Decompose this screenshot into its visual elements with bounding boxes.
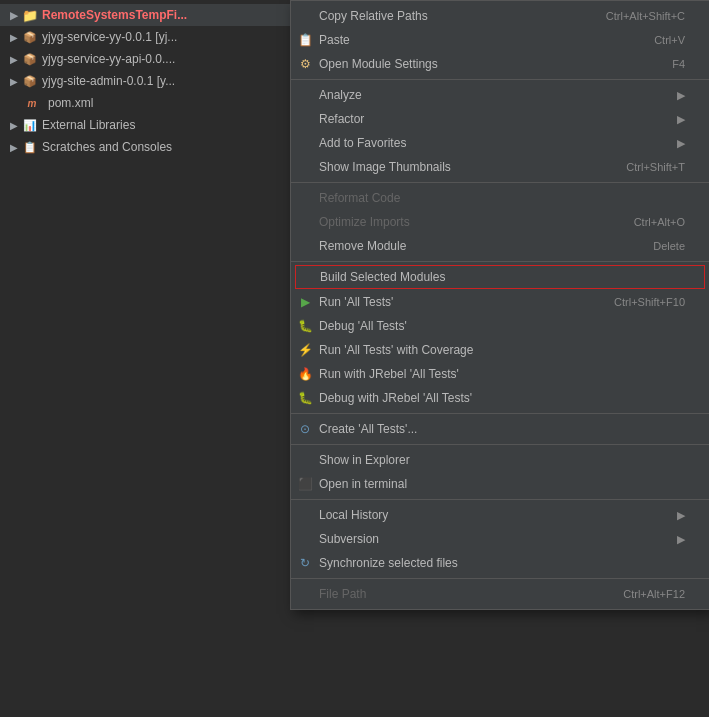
coverage-icon: ⚡: [297, 342, 313, 358]
menu-item-synchronize[interactable]: ↻ Synchronize selected files: [291, 551, 709, 575]
sidebar-item-ext-libs[interactable]: ▶ 📊 External Libraries: [0, 114, 290, 136]
debug-icon: 🐛: [297, 318, 313, 334]
menu-label-refactor: Refactor: [319, 112, 657, 126]
separator-7: [291, 578, 709, 579]
menu-item-open-terminal[interactable]: ⬛ Open in terminal: [291, 472, 709, 496]
sidebar-header-label: RemoteSystemsTempFi...: [42, 8, 187, 22]
terminal-icon: ⬛: [297, 476, 313, 492]
menu-shortcut-copy-relative-paths: Ctrl+Alt+Shift+C: [586, 10, 685, 22]
separator-6: [291, 499, 709, 500]
menu-item-add-favorites[interactable]: Add to Favorites ▶: [291, 131, 709, 155]
tree-arrow-icon: ▶: [8, 119, 20, 131]
menu-item-build-modules[interactable]: Build Selected Modules: [295, 265, 705, 289]
paste-icon: 📋: [297, 32, 313, 48]
menu-label-file-path: File Path: [319, 587, 603, 601]
sidebar-label-service-api: yjyg-service-yy-api-0.0....: [42, 52, 175, 66]
context-menu: Copy Relative Paths Ctrl+Alt+Shift+C 📋 P…: [290, 0, 709, 610]
menu-label-run-tests: Run 'All Tests': [319, 295, 594, 309]
sidebar-label-scratches: Scratches and Consoles: [42, 140, 172, 154]
menu-label-run-coverage: Run 'All Tests' with Coverage: [319, 343, 685, 357]
menu-item-show-thumbnails[interactable]: Show Image Thumbnails Ctrl+Shift+T: [291, 155, 709, 179]
xml-icon: m: [24, 95, 40, 111]
menu-label-remove-module: Remove Module: [319, 239, 633, 253]
menu-item-analyze[interactable]: Analyze ▶: [291, 83, 709, 107]
module-icon: 📦: [22, 29, 38, 45]
submenu-arrow-icon: ▶: [657, 113, 685, 126]
menu-item-module-settings[interactable]: ⚙ Open Module Settings F4: [291, 52, 709, 76]
sidebar-label-service-yy: yjyg-service-yy-0.0.1 [yj...: [42, 30, 177, 44]
sidebar-header[interactable]: ▶ 📁 RemoteSystemsTempFi...: [0, 4, 290, 26]
menu-item-remove-module[interactable]: Remove Module Delete: [291, 234, 709, 258]
menu-item-debug-tests[interactable]: 🐛 Debug 'All Tests': [291, 314, 709, 338]
menu-label-module-settings: Open Module Settings: [319, 57, 652, 71]
submenu-arrow-icon: ▶: [657, 137, 685, 150]
submenu-arrow-icon: ▶: [657, 89, 685, 102]
menu-item-subversion[interactable]: Subversion ▶: [291, 527, 709, 551]
menu-shortcut-remove-module: Delete: [633, 240, 685, 252]
jrebel-run-icon: 🔥: [297, 366, 313, 382]
menu-item-run-coverage[interactable]: ⚡ Run 'All Tests' with Coverage: [291, 338, 709, 362]
separator-5: [291, 444, 709, 445]
menu-item-optimize-imports[interactable]: Optimize Imports Ctrl+Alt+O: [291, 210, 709, 234]
sidebar-item-scratches[interactable]: ▶ 📋 Scratches and Consoles: [0, 136, 290, 158]
menu-item-local-history[interactable]: Local History ▶: [291, 503, 709, 527]
settings-icon: ⚙: [297, 56, 313, 72]
separator-2: [291, 182, 709, 183]
menu-label-optimize-imports: Optimize Imports: [319, 215, 614, 229]
create-test-icon: ⊙: [297, 421, 313, 437]
menu-label-analyze: Analyze: [319, 88, 657, 102]
menu-label-open-terminal: Open in terminal: [319, 477, 685, 491]
tree-arrow-icon: ▶: [8, 9, 20, 21]
run-icon: ▶: [297, 294, 313, 310]
menu-item-refactor[interactable]: Refactor ▶: [291, 107, 709, 131]
submenu-arrow-icon: ▶: [657, 533, 685, 546]
sidebar-item-site-admin[interactable]: ▶ 📦 yjyg-site-admin-0.0.1 [y...: [0, 70, 290, 92]
separator-4: [291, 413, 709, 414]
jrebel-debug-icon: 🐛: [297, 390, 313, 406]
menu-label-debug-jrebel: Debug with JRebel 'All Tests': [319, 391, 685, 405]
menu-item-debug-jrebel[interactable]: 🐛 Debug with JRebel 'All Tests': [291, 386, 709, 410]
menu-shortcut-run-tests: Ctrl+Shift+F10: [594, 296, 685, 308]
sidebar-label-ext-libs: External Libraries: [42, 118, 135, 132]
tree-arrow-icon: ▶: [8, 31, 20, 43]
tree-arrow-icon: ▶: [8, 141, 20, 153]
library-icon: 📊: [22, 117, 38, 133]
menu-shortcut-show-thumbnails: Ctrl+Shift+T: [606, 161, 685, 173]
menu-item-create-tests[interactable]: ⊙ Create 'All Tests'...: [291, 417, 709, 441]
menu-label-show-explorer: Show in Explorer: [319, 453, 685, 467]
menu-label-build-modules: Build Selected Modules: [320, 270, 684, 284]
sidebar: ▶ 📁 RemoteSystemsTempFi... ▶ 📦 yjyg-serv…: [0, 0, 290, 717]
menu-label-run-jrebel: Run with JRebel 'All Tests': [319, 367, 685, 381]
menu-shortcut-optimize-imports: Ctrl+Alt+O: [614, 216, 685, 228]
menu-label-show-thumbnails: Show Image Thumbnails: [319, 160, 606, 174]
menu-shortcut-file-path: Ctrl+Alt+F12: [603, 588, 685, 600]
menu-item-file-path[interactable]: File Path Ctrl+Alt+F12: [291, 582, 709, 606]
menu-item-paste[interactable]: 📋 Paste Ctrl+V: [291, 28, 709, 52]
sidebar-item-pom[interactable]: m pom.xml: [0, 92, 290, 114]
menu-label-local-history: Local History: [319, 508, 657, 522]
menu-shortcut-paste: Ctrl+V: [634, 34, 685, 46]
tree-arrow-icon: ▶: [8, 53, 20, 65]
menu-label-add-favorites: Add to Favorites: [319, 136, 657, 150]
menu-label-synchronize: Synchronize selected files: [319, 556, 685, 570]
menu-item-run-tests[interactable]: ▶ Run 'All Tests' Ctrl+Shift+F10: [291, 290, 709, 314]
separator-3: [291, 261, 709, 262]
menu-label-debug-tests: Debug 'All Tests': [319, 319, 685, 333]
menu-label-copy-relative-paths: Copy Relative Paths: [319, 9, 586, 23]
submenu-arrow-icon: ▶: [657, 509, 685, 522]
sync-icon: ↻: [297, 555, 313, 571]
sidebar-item-service-api[interactable]: ▶ 📦 yjyg-service-yy-api-0.0....: [0, 48, 290, 70]
menu-item-reformat[interactable]: Reformat Code: [291, 186, 709, 210]
sidebar-label-site-admin: yjyg-site-admin-0.0.1 [y...: [42, 74, 175, 88]
folder-icon: 📁: [22, 7, 38, 23]
menu-label-paste: Paste: [319, 33, 634, 47]
menu-item-show-explorer[interactable]: Show in Explorer: [291, 448, 709, 472]
menu-label-create-tests: Create 'All Tests'...: [319, 422, 685, 436]
sidebar-item-service-yy[interactable]: ▶ 📦 yjyg-service-yy-0.0.1 [yj...: [0, 26, 290, 48]
scratch-icon: 📋: [22, 139, 38, 155]
menu-shortcut-module-settings: F4: [652, 58, 685, 70]
tree-arrow-icon: ▶: [8, 75, 20, 87]
menu-item-copy-relative-paths[interactable]: Copy Relative Paths Ctrl+Alt+Shift+C: [291, 4, 709, 28]
menu-item-run-jrebel[interactable]: 🔥 Run with JRebel 'All Tests': [291, 362, 709, 386]
separator-1: [291, 79, 709, 80]
